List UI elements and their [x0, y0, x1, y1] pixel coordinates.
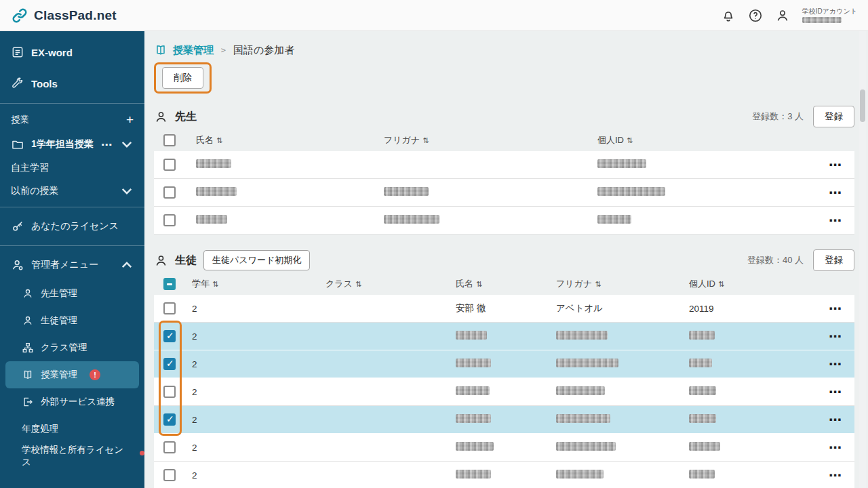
table-row[interactable] — [154, 151, 854, 179]
column-header-name[interactable]: 氏名 — [446, 278, 547, 290]
sort-icon — [212, 280, 218, 288]
row-menu-icon[interactable] — [829, 385, 842, 399]
sidebar-item-tools[interactable]: Tools — [0, 68, 144, 99]
book-icon — [22, 369, 34, 381]
sidebar-item-your-license[interactable]: あなたのライセンス — [0, 211, 144, 241]
breadcrumb-separator: ＞ — [219, 44, 228, 56]
table-row[interactable] — [154, 207, 854, 235]
table-row[interactable]: 2 — [154, 462, 854, 488]
row-checkbox[interactable] — [163, 159, 176, 171]
folder-menu-icon[interactable] — [101, 138, 112, 151]
redacted-id — [597, 159, 646, 168]
table-row[interactable]: 2 — [154, 323, 854, 350]
students-register-button[interactable]: 登録 — [813, 249, 854, 271]
students-select-all-checkbox[interactable] — [163, 278, 176, 290]
column-header-furigana[interactable]: フリガナ — [370, 134, 584, 146]
sidebar-item-admin-menu[interactable]: 管理者メニュー — [0, 250, 144, 280]
row-checkbox[interactable] — [163, 441, 176, 453]
sort-icon — [216, 136, 222, 144]
user-account-icon[interactable] — [775, 8, 790, 23]
sidebar-item-ex-word[interactable]: EX-word — [0, 37, 144, 68]
table-row[interactable]: 2 — [154, 434, 854, 462]
notifications-bell-icon[interactable] — [721, 8, 736, 23]
teachers-table: 氏名 フリガナ 個人ID — [154, 129, 854, 235]
sidebar-item-self-study[interactable]: 自主学習 — [0, 157, 144, 180]
row-menu-icon[interactable] — [829, 329, 842, 344]
row-checkbox[interactable] — [163, 330, 176, 342]
row-checkbox[interactable] — [163, 358, 176, 370]
sidebar-item-label: EX-word — [31, 47, 73, 58]
add-class-button[interactable] — [126, 113, 134, 127]
person-icon — [154, 253, 168, 268]
teachers-section-title: 先生 — [175, 110, 197, 124]
redacted-furigana — [384, 215, 439, 224]
sidebar-item-label: 管理者メニュー — [31, 259, 98, 271]
row-menu-icon[interactable] — [829, 413, 842, 427]
column-header-class[interactable]: クラス — [316, 278, 446, 290]
redacted-name — [456, 331, 487, 340]
row-menu-icon[interactable] — [829, 468, 842, 483]
help-icon[interactable] — [748, 8, 763, 23]
chevron-up-icon[interactable] — [120, 258, 134, 272]
account-info[interactable]: 学校IDアカウント — [802, 7, 857, 23]
teachers-select-all-checkbox[interactable] — [163, 134, 176, 146]
sidebar-item-class-folder[interactable]: 1学年担当授業 — [0, 132, 144, 157]
sidebar-item-label: 授業管理 — [41, 369, 77, 381]
key-icon — [11, 220, 24, 233]
account-type-label: 学校IDアカウント — [802, 7, 857, 16]
sort-icon — [355, 280, 361, 288]
sidebar-item-teacher-management[interactable]: 先生管理 — [0, 280, 144, 307]
column-header-id[interactable]: 個人ID — [679, 278, 816, 290]
breadcrumb-lesson-management[interactable]: 授業管理 — [173, 44, 214, 57]
row-menu-icon[interactable] — [829, 357, 842, 371]
column-header-grade[interactable]: 学年 — [182, 278, 316, 290]
chevron-down-icon[interactable] — [120, 184, 134, 198]
sidebar-item-student-management[interactable]: 生徒管理 — [0, 307, 144, 334]
table-row[interactable]: 2 — [154, 350, 854, 378]
sidebar-item-school-info-licenses[interactable]: 学校情報と所有ライセンス — [0, 443, 144, 470]
redacted-name — [196, 215, 227, 224]
column-header-id[interactable]: 個人ID — [584, 134, 816, 146]
sidebar-item-lesson-management[interactable]: 授業管理 ! — [5, 361, 139, 388]
row-checkbox[interactable] — [163, 214, 176, 226]
row-checkbox[interactable] — [163, 302, 176, 314]
sidebar-item-label: 年度処理 — [22, 423, 58, 435]
row-menu-icon[interactable] — [829, 302, 842, 316]
cell-grade: 2 — [182, 387, 316, 397]
admin-user-icon — [11, 258, 24, 272]
scrollbar-thumb[interactable] — [860, 89, 865, 122]
redacted-furigana — [556, 386, 605, 395]
sidebar-item-class-management[interactable]: クラス管理 — [0, 334, 144, 361]
teachers-register-button[interactable]: 登録 — [813, 106, 854, 127]
column-header-furigana[interactable]: フリガナ — [547, 278, 679, 290]
row-menu-icon[interactable] — [829, 186, 842, 200]
redacted-id — [689, 442, 720, 451]
sidebar-item-label: 生徒管理 — [41, 314, 77, 327]
cell-id: 20119 — [679, 304, 816, 314]
column-header-name[interactable]: 氏名 — [182, 134, 370, 146]
sidebar-item-label: 以前の授業 — [11, 185, 58, 197]
row-checkbox[interactable] — [163, 386, 176, 398]
chevron-down-icon[interactable] — [120, 138, 134, 151]
row-menu-icon[interactable] — [829, 441, 842, 455]
cell-grade: 2 — [182, 359, 316, 369]
table-row[interactable] — [154, 179, 854, 207]
row-menu-icon[interactable] — [829, 158, 842, 172]
redacted-name — [456, 386, 490, 395]
classpad-logo[interactable]: ClassPad.net — [11, 7, 117, 24]
sidebar-item-external-services[interactable]: 外部サービス連携 — [0, 388, 144, 415]
delete-button[interactable]: 削除 — [162, 67, 203, 89]
reset-student-password-button[interactable]: 生徒パスワード初期化 — [203, 250, 310, 270]
sidebar-item-year-processing[interactable]: 年度処理 — [0, 415, 144, 443]
table-row[interactable]: 2 — [154, 378, 854, 406]
row-menu-icon[interactable] — [829, 214, 842, 228]
sidebar-item-previous-classes[interactable]: 以前の授業 — [0, 180, 144, 203]
row-checkbox[interactable] — [163, 186, 176, 199]
sort-icon — [718, 280, 724, 288]
row-checkbox[interactable] — [163, 469, 176, 481]
table-row[interactable]: 2 — [154, 406, 854, 434]
cell-grade: 2 — [182, 443, 316, 453]
table-row[interactable]: 2 安部 徹 アベトオル 20119 — [154, 295, 854, 323]
row-checkbox[interactable] — [163, 413, 176, 426]
cell-grade: 2 — [182, 331, 316, 342]
